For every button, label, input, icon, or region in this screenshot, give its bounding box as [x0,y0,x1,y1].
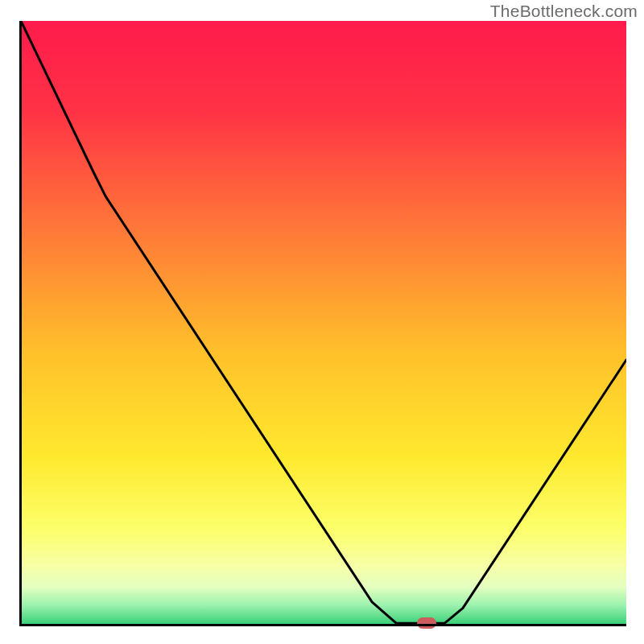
plot-area [21,21,626,626]
x-axis [21,624,626,626]
bottleneck-chart: TheBottleneck.com [0,0,644,644]
watermark-text: TheBottleneck.com [490,2,638,21]
svg-rect-0 [21,21,626,626]
y-axis [19,21,22,626]
heat-gradient-background [21,21,626,626]
